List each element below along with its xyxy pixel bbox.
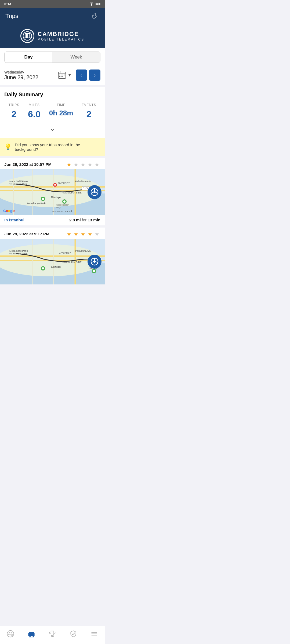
- svg-line-77: [96, 261, 98, 263]
- time-value: 0h 28m: [49, 109, 73, 117]
- svg-text:ANATOLIAN SIDE: ANATOLIAN SIDE: [62, 261, 82, 264]
- logo-container: CAMBRIDGE MOBILE TELEMATICS: [20, 29, 84, 43]
- trip-map-2: Moda Sahil Parkı ve Yürüyüş Yolu ZİVERBE…: [0, 239, 105, 284]
- calendar-icon: [57, 71, 67, 80]
- star-1-1: ★: [67, 161, 73, 167]
- star-1-5: ★: [95, 161, 100, 167]
- svg-text:D100: D100: [83, 187, 89, 190]
- svg-point-32: [63, 200, 66, 203]
- trip-date-2: Jun 29, 2022 at 9:17 PM: [4, 232, 49, 236]
- svg-rect-15: [59, 75, 60, 75]
- trip-location-1: In İstanbul: [4, 218, 24, 222]
- tab-row: Day Week: [4, 52, 100, 63]
- svg-rect-19: [61, 76, 63, 77]
- logo-subtitle: MOBILE TELEMATICS: [38, 38, 84, 41]
- star-2-2: ★: [74, 231, 79, 237]
- logo-bar: CAMBRIDGE MOBILE TELEMATICS: [0, 24, 105, 48]
- star-2-5: ★: [95, 231, 100, 237]
- svg-text:ZİVERBEY: ZİVERBEY: [58, 182, 70, 185]
- trip-distance-1: 2.8 mi for 13 min: [69, 218, 100, 222]
- trip-date-1: Jun 29, 2022 at 10:57 PM: [4, 162, 52, 167]
- svg-rect-13: [60, 71, 60, 73]
- svg-point-34: [54, 184, 56, 186]
- svg-text:Saddebostan: Saddebostan: [56, 204, 69, 206]
- trip-header-1: Jun 29, 2022 at 10:57 PM ★ ★ ★ ★ ★: [0, 158, 105, 169]
- star-2-3: ★: [81, 231, 86, 237]
- tab-day[interactable]: Day: [5, 52, 52, 63]
- trips-value: 2: [9, 109, 19, 119]
- logo-brand: CAMBRIDGE: [38, 31, 84, 38]
- events-value: 2: [82, 109, 96, 119]
- touch-icon[interactable]: [91, 12, 99, 20]
- trip-footer-1: In İstanbul 2.8 mi for 13 min: [0, 215, 105, 225]
- page-title: Trips: [5, 13, 18, 20]
- chevron-right-icon: ›: [94, 72, 96, 78]
- svg-text:Palladium AVM: Palladium AVM: [75, 180, 91, 183]
- trip-header-2: Jun 29, 2022 at 9:17 PM ★ ★ ★ ★ ★: [0, 228, 105, 239]
- logo-text: CAMBRIDGE MOBILE TELEMATICS: [38, 31, 84, 41]
- svg-text:Moda Sahil Parkı: Moda Sahil Parkı: [9, 180, 28, 183]
- google-logo: Google: [3, 209, 15, 213]
- stats-row: TRIPS 2 MILES 6.0 TIME 0h 28m EVENTS 2: [4, 103, 100, 119]
- svg-rect-7: [29, 34, 30, 38]
- date-controls: ▼ ‹ ›: [55, 69, 100, 81]
- daily-summary: Daily Summary TRIPS 2 MILES 6.0 TIME 0h …: [0, 87, 105, 138]
- svg-rect-5: [26, 34, 27, 38]
- svg-rect-4: [25, 34, 26, 38]
- miles-label: MILES: [28, 103, 41, 107]
- calendar-button[interactable]: ▼: [55, 69, 74, 81]
- star-1-3: ★: [81, 161, 86, 167]
- trip-card-2[interactable]: Jun 29, 2022 at 9:17 PM ★ ★ ★ ★ ★ Moda S…: [0, 228, 105, 284]
- svg-line-51: [92, 192, 94, 193]
- svg-rect-2: [100, 3, 100, 4]
- svg-rect-17: [64, 75, 65, 75]
- star-2-1: ★: [67, 231, 73, 237]
- steering-wheel-icon-1: [88, 185, 102, 199]
- svg-rect-1: [96, 3, 99, 5]
- star-1-2: ★: [74, 161, 79, 167]
- svg-line-52: [96, 192, 98, 193]
- status-icons: [89, 2, 100, 6]
- svg-point-74: [93, 261, 96, 263]
- svg-rect-14: [64, 71, 64, 73]
- svg-text:Göztepe: Göztepe: [51, 196, 61, 199]
- trip-stars-2: ★ ★ ★ ★ ★: [67, 231, 100, 237]
- svg-text:Moda Sahil Parkı: Moda Sahil Parkı: [9, 250, 28, 252]
- tab-week[interactable]: Week: [52, 52, 100, 63]
- expand-icon: ⌄: [50, 125, 55, 132]
- svg-rect-10: [25, 33, 30, 34]
- daily-summary-title: Daily Summary: [4, 92, 100, 98]
- svg-rect-12: [58, 74, 66, 74]
- svg-text:ve Yürüyüş Yolu: ve Yürüyüş Yolu: [9, 252, 27, 255]
- svg-rect-18: [59, 76, 60, 77]
- chevron-left-icon: ‹: [81, 72, 82, 78]
- svg-rect-9: [24, 38, 31, 38]
- info-text: Did you know your trips record in the ba…: [15, 142, 100, 152]
- top-bar: Trips: [0, 8, 105, 24]
- svg-point-49: [93, 191, 96, 193]
- prev-date-button[interactable]: ‹: [76, 69, 87, 81]
- trip-card-1[interactable]: Jun 29, 2022 at 10:57 PM ★ ★ ★ ★ ★: [0, 158, 105, 225]
- date-full: June 29, 2022: [4, 74, 38, 80]
- wifi-icon: [89, 2, 94, 6]
- svg-point-62: [42, 267, 44, 269]
- svg-rect-16: [61, 75, 63, 75]
- tab-switcher: Day Week: [0, 48, 105, 66]
- steering-wheel-icon-2: [88, 255, 102, 269]
- star-1-4: ★: [88, 161, 93, 167]
- stat-miles: MILES 6.0: [28, 103, 41, 119]
- day-name: Wednesday: [4, 70, 38, 74]
- next-date-button[interactable]: ›: [89, 69, 100, 81]
- star-2-4: ★: [88, 231, 93, 237]
- miles-value: 6.0: [28, 109, 41, 119]
- trip-map-1: Moda Sahil Parkı ve Yürüyüş Yolu ZİVERBE…: [0, 169, 105, 215]
- svg-text:ZİVERBEY: ZİVERBEY: [59, 251, 71, 254]
- trips-label: TRIPS: [9, 103, 19, 107]
- svg-point-30: [42, 198, 44, 200]
- svg-line-76: [92, 261, 94, 263]
- trip-stars-1: ★ ★ ★ ★ ★: [67, 161, 100, 167]
- stat-time: TIME 0h 28m: [49, 103, 73, 119]
- svg-text:ANATOLIAN SIDE: ANATOLIAN SIDE: [62, 191, 82, 194]
- status-time: 8:14: [4, 2, 11, 6]
- expand-button[interactable]: ⌄: [4, 125, 100, 132]
